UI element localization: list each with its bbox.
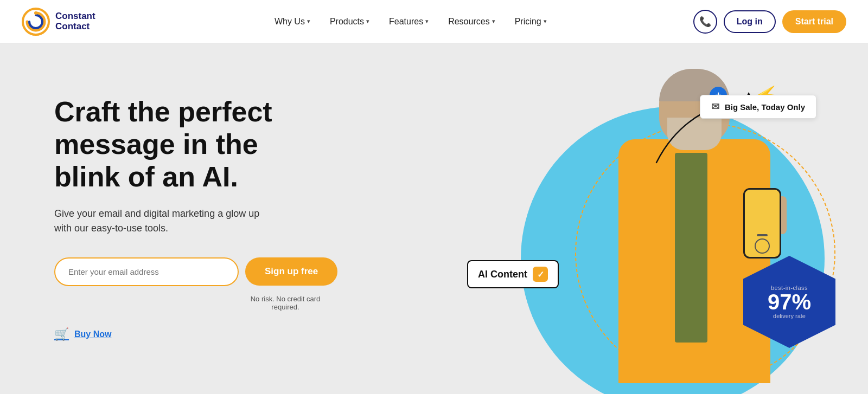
- hero-right: ⚡ + ✉ Big Sale, Today Only AI Content ✓ …: [369, 43, 868, 394]
- no-risk-text: No risk. No credit card required.: [245, 295, 326, 311]
- ai-content-badge: AI Content ✓: [467, 260, 559, 288]
- hero-form: Sign up free: [54, 257, 326, 286]
- buy-now-label: Buy Now: [74, 330, 111, 339]
- chevron-down-icon: ▾: [425, 18, 429, 25]
- nav-item-pricing[interactable]: Pricing ▾: [507, 12, 554, 31]
- hero-subtitle: Give your email and digital marketing a …: [54, 206, 326, 236]
- cart-icon: 🛒: [54, 327, 69, 341]
- ai-check-icon: ✓: [533, 267, 548, 282]
- phone-icon: 📞: [699, 16, 711, 28]
- chevron-down-icon: ▾: [544, 18, 547, 25]
- hero-left: Craft the perfect message in the blink o…: [0, 96, 369, 341]
- header-actions: 📞 Log in Start trial: [693, 10, 846, 34]
- chevron-down-icon: ▾: [366, 18, 369, 25]
- logo-line1: Constant: [55, 11, 95, 22]
- email-icon: ✉: [711, 101, 719, 113]
- percent-number: 97%: [768, 291, 811, 313]
- header: Constant Contact Why Us ▾ Products ▾ Fea…: [0, 0, 868, 43]
- delivery-rate-label: delivery rate: [773, 313, 806, 319]
- chevron-down-icon: ▾: [492, 18, 495, 25]
- buy-now-link[interactable]: 🛒 Buy Now: [54, 327, 326, 341]
- ai-badge-label: AI Content: [478, 269, 527, 280]
- phone-button[interactable]: 📞: [693, 10, 717, 34]
- email-popup: ✉ Big Sale, Today Only: [700, 95, 816, 119]
- nav-item-products[interactable]: Products ▾: [322, 12, 377, 31]
- nav-item-features[interactable]: Features ▾: [381, 12, 436, 31]
- logo[interactable]: Constant Contact: [22, 8, 95, 36]
- signup-button[interactable]: Sign up free: [245, 257, 337, 286]
- email-popup-label: Big Sale, Today Only: [725, 102, 805, 112]
- logo-text: Constant Contact: [55, 11, 95, 31]
- hero-title: Craft the perfect message in the blink o…: [54, 96, 326, 193]
- svg-point-2: [34, 11, 37, 15]
- main-nav: Why Us ▾ Products ▾ Features ▾ Resources…: [128, 12, 693, 31]
- logo-line2: Contact: [55, 22, 95, 32]
- nav-item-why-us[interactable]: Why Us ▾: [267, 12, 318, 31]
- nav-item-resources[interactable]: Resources ▾: [441, 12, 502, 31]
- logo-icon: [22, 8, 50, 36]
- chevron-down-icon: ▾: [307, 18, 310, 25]
- hero-section: Craft the perfect message in the blink o…: [0, 43, 868, 394]
- email-input[interactable]: [54, 257, 239, 286]
- start-trial-button[interactable]: Start trial: [782, 10, 846, 33]
- login-button[interactable]: Log in: [724, 10, 776, 33]
